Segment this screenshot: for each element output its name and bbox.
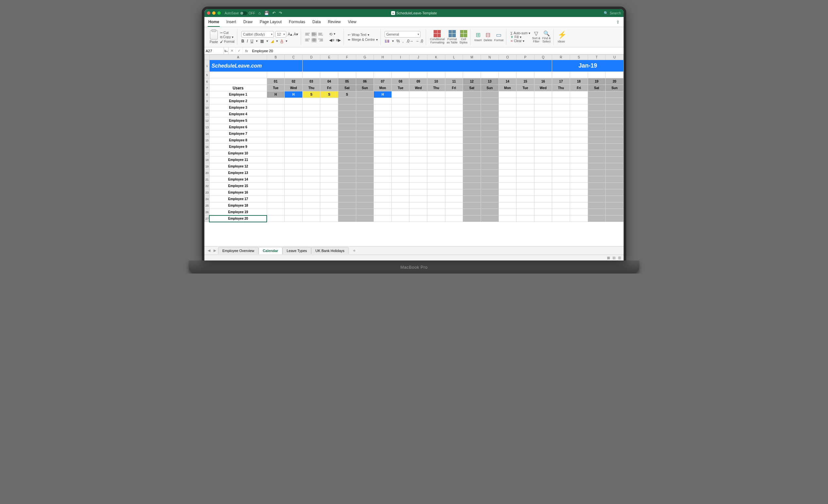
cell[interactable] (534, 189, 552, 196)
cell[interactable]: Mon (374, 85, 392, 91)
cell[interactable]: 15 (516, 78, 535, 85)
cell[interactable] (570, 215, 588, 222)
cell[interactable] (338, 209, 356, 215)
cell[interactable] (356, 196, 374, 202)
cell[interactable] (427, 91, 445, 98)
cell[interactable] (409, 176, 427, 183)
row-header-23[interactable]: 23 (205, 189, 210, 196)
increase-decimal-icon[interactable]: .0→ (406, 39, 413, 43)
cell[interactable]: 13 (481, 78, 499, 85)
col-header-N[interactable]: N (481, 55, 499, 60)
cell[interactable] (356, 189, 374, 196)
next-sheet-icon[interactable]: ▶ (212, 248, 217, 253)
cell[interactable] (356, 183, 374, 189)
cell[interactable] (552, 215, 570, 222)
cell[interactable] (552, 202, 570, 209)
cell[interactable] (445, 150, 463, 157)
format-painter-button[interactable]: 🖌Format (220, 40, 235, 43)
cell[interactable] (356, 98, 374, 104)
cell[interactable] (516, 215, 535, 222)
cell[interactable] (338, 189, 356, 196)
cell[interactable]: Thu (552, 85, 570, 91)
formula-input[interactable]: Employee 20 (250, 49, 624, 53)
cell[interactable] (409, 163, 427, 170)
cell[interactable] (481, 131, 499, 137)
cell[interactable] (570, 176, 588, 183)
cell[interactable] (481, 170, 499, 176)
cell[interactable] (516, 150, 535, 157)
cell[interactable]: H (374, 91, 392, 98)
cell[interactable] (320, 98, 338, 104)
cell[interactable] (374, 196, 392, 202)
cell[interactable] (481, 196, 499, 202)
cut-button[interactable]: ✂Cut (220, 31, 235, 35)
row-header-10[interactable]: 10 (205, 104, 210, 111)
cell[interactable] (302, 163, 320, 170)
cell[interactable] (499, 91, 516, 98)
cell[interactable] (285, 118, 303, 124)
cell[interactable] (516, 72, 535, 78)
cell[interactable] (320, 143, 338, 150)
cell[interactable] (445, 202, 463, 209)
cell[interactable] (409, 124, 427, 131)
row-header-16[interactable]: 16 (205, 143, 210, 150)
cell[interactable] (356, 124, 374, 131)
cell[interactable] (356, 202, 374, 209)
merge-centre-button[interactable]: ⬌Merge & Centre▾ (348, 38, 378, 41)
cell[interactable]: S (302, 91, 320, 98)
cell[interactable] (338, 137, 356, 143)
cell[interactable] (516, 137, 535, 143)
cell[interactable] (516, 131, 535, 137)
cell[interactable] (374, 183, 392, 189)
cell[interactable] (320, 137, 338, 143)
cell[interactable] (302, 189, 320, 196)
cell[interactable] (267, 143, 285, 150)
cell[interactable] (588, 131, 606, 137)
cell[interactable] (285, 143, 303, 150)
cell[interactable] (588, 118, 606, 124)
cell[interactable] (463, 137, 481, 143)
name-box-dropdown[interactable]: ▴�▾ (224, 47, 229, 54)
cell[interactable] (606, 196, 624, 202)
search-box[interactable]: 🔍 Search (604, 11, 621, 15)
cell[interactable] (499, 176, 516, 183)
cell[interactable]: 08 (391, 78, 409, 85)
number-format-select[interactable]: General (385, 31, 420, 38)
cell[interactable] (302, 209, 320, 215)
cell[interactable]: Wed (285, 85, 303, 91)
cell[interactable] (606, 137, 624, 143)
cell[interactable]: Employee 2 (209, 98, 267, 104)
cell[interactable] (320, 176, 338, 183)
cell[interactable] (267, 183, 285, 189)
cell[interactable] (499, 170, 516, 176)
cell[interactable] (463, 163, 481, 170)
cell[interactable] (588, 183, 606, 189)
cell[interactable]: Sun (356, 85, 374, 91)
add-sheet-button[interactable]: ＋ (349, 248, 359, 254)
cell[interactable]: Sat (338, 85, 356, 91)
cell[interactable] (481, 111, 499, 118)
cell[interactable]: Jan-19 (552, 60, 624, 72)
cell[interactable] (302, 170, 320, 176)
cell[interactable] (427, 183, 445, 189)
ribbon-tab-insert[interactable]: Insert (225, 18, 237, 27)
sheet-tab-employee-overview[interactable]: Employee Overview (218, 247, 259, 254)
cell[interactable] (463, 183, 481, 189)
increase-font-icon[interactable]: A▴ (288, 32, 292, 37)
col-header-R[interactable]: R (552, 55, 570, 60)
cell[interactable] (445, 124, 463, 131)
cell[interactable] (552, 157, 570, 163)
cell[interactable] (445, 118, 463, 124)
cell[interactable] (209, 72, 267, 78)
cell[interactable] (320, 157, 338, 163)
cell[interactable] (606, 202, 624, 209)
cell[interactable] (445, 196, 463, 202)
cell[interactable] (427, 163, 445, 170)
cell[interactable] (356, 143, 374, 150)
cell[interactable] (427, 131, 445, 137)
cell[interactable] (285, 189, 303, 196)
cell[interactable]: Employee 15 (209, 183, 267, 189)
cell[interactable] (391, 131, 409, 137)
autosave-toggle[interactable]: AutoSave OFF (224, 11, 255, 15)
font-name-select[interactable]: Calibri (Body) (241, 31, 274, 38)
